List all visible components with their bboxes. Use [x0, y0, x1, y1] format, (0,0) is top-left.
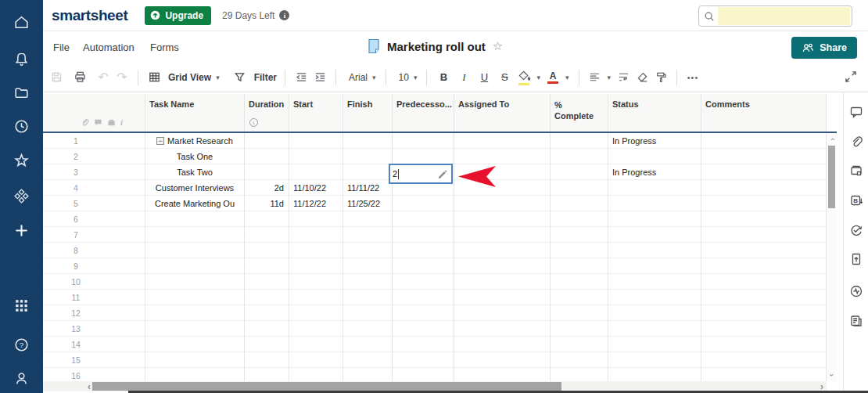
text-color-button[interactable]: A: [543, 67, 562, 88]
cell-pct-row-5[interactable]: [551, 196, 608, 211]
align-caret-icon[interactable]: ▾: [608, 74, 612, 81]
cell-finish-row-5[interactable]: 11/25/22: [343, 196, 393, 211]
strikethrough-button[interactable]: S: [494, 67, 515, 88]
cell-assigned-row-1[interactable]: [454, 133, 551, 149]
view-selector-label[interactable]: Grid View: [168, 72, 211, 83]
cell-status-row-5[interactable]: [608, 196, 701, 211]
cell-pct-row-13[interactable]: [551, 321, 608, 337]
cell-assigned-row-10[interactable]: [454, 274, 551, 290]
cell-finish-row-16[interactable]: [343, 368, 393, 381]
cell-duration-row-11[interactable]: [245, 290, 289, 305]
cell-pct-row-6[interactable]: [551, 211, 608, 227]
filter-icon[interactable]: [231, 67, 249, 88]
cell-duration-row-6[interactable]: [245, 211, 289, 227]
attachments-paperclip-icon[interactable]: [849, 135, 863, 149]
font-size-value[interactable]: 10: [399, 72, 409, 83]
filter-label[interactable]: Filter: [254, 72, 277, 83]
cell-start-row-2[interactable]: [289, 149, 343, 164]
cell-task-row-5[interactable]: Create Marketing Ou: [145, 196, 245, 211]
menu-file[interactable]: File: [53, 41, 70, 53]
cell-assigned-row-14[interactable]: [454, 337, 551, 352]
fill-color-caret-icon[interactable]: ▾: [536, 74, 540, 81]
update-requests-icon[interactable]: [849, 223, 863, 237]
column-header--complete[interactable]: % Complete: [551, 94, 608, 132]
cell-status-row-15[interactable]: [608, 352, 701, 368]
column-header-predecesso-[interactable]: Predecesso...: [393, 94, 454, 132]
solution-center-icon[interactable]: [13, 187, 30, 205]
scroll-down-arrow[interactable]: ›: [827, 370, 837, 380]
fill-color-button[interactable]: [515, 67, 533, 88]
cell-pred-row-6[interactable]: [393, 211, 454, 227]
cell-task-row-10[interactable]: [145, 274, 245, 290]
cell-assigned-row-9[interactable]: [454, 258, 551, 274]
scroll-up-arrow[interactable]: ›: [827, 135, 837, 144]
underline-button[interactable]: U: [474, 67, 494, 88]
cell-task-row-6[interactable]: [145, 211, 245, 227]
cell-start-row-16[interactable]: [289, 368, 343, 381]
cell-pct-row-14[interactable]: [551, 337, 608, 352]
cell-comments-row-6[interactable]: [701, 211, 827, 227]
column-header-start[interactable]: Start: [289, 94, 343, 132]
cell-finish-row-8[interactable]: [343, 243, 393, 258]
row-number-header[interactable]: i: [43, 94, 145, 132]
row-number-15[interactable]: 15: [43, 352, 145, 368]
cell-pred-row-14[interactable]: [393, 337, 454, 352]
cell-assigned-row-15[interactable]: [454, 352, 551, 368]
sheet-title[interactable]: Marketing roll out: [387, 40, 486, 53]
attachment-paperclip-icon[interactable]: [81, 118, 89, 127]
row-number-10[interactable]: 10: [43, 274, 145, 290]
cell-status-row-11[interactable]: [608, 290, 701, 305]
cell-pred-row-16[interactable]: [393, 368, 454, 381]
row-number-8[interactable]: 8: [43, 243, 145, 258]
trial-info-icon[interactable]: i: [279, 10, 289, 20]
cell-task-row-13[interactable]: [145, 321, 245, 337]
row-number-13[interactable]: 13: [43, 321, 145, 337]
cell-start-row-7[interactable]: [289, 227, 343, 243]
cell-comments-row-1[interactable]: [701, 133, 827, 149]
cell-duration-row-12[interactable]: [245, 305, 289, 321]
cell-task-row-1[interactable]: −Market Research: [145, 133, 245, 149]
row-number-12[interactable]: 12: [43, 305, 145, 321]
cell-pct-row-8[interactable]: [551, 243, 608, 258]
cell-pred-row-12[interactable]: [393, 305, 454, 321]
expand-toolbar-icon[interactable]: [843, 69, 859, 85]
font-size-caret-icon[interactable]: ▾: [414, 74, 418, 81]
cell-duration-row-15[interactable]: [245, 352, 289, 368]
clear-format-eraser-icon[interactable]: [633, 67, 651, 88]
row-number-5[interactable]: 5: [43, 196, 145, 211]
cell-pct-row-1[interactable]: [551, 133, 608, 149]
cell-task-row-14[interactable]: [145, 337, 245, 352]
share-button[interactable]: Share: [791, 37, 857, 59]
row-number-16[interactable]: 16: [43, 368, 145, 381]
vertical-scrollbar[interactable]: › ›: [827, 133, 837, 381]
cell-status-row-6[interactable]: [608, 211, 701, 227]
cell-comments-row-7[interactable]: [701, 227, 827, 243]
cell-finish-row-6[interactable]: [343, 211, 393, 227]
comment-indicator-icon[interactable]: [94, 118, 102, 127]
cell-finish-row-14[interactable]: [343, 337, 393, 352]
cell-comments-row-9[interactable]: [701, 258, 827, 274]
cell-task-row-8[interactable]: [145, 243, 245, 258]
column-header-assigned-to[interactable]: Assigned To: [454, 94, 551, 132]
column-header-finish[interactable]: Finish: [343, 94, 393, 132]
column-header-task-name[interactable]: Task Name: [145, 94, 245, 132]
outdent-icon[interactable]: [292, 67, 310, 88]
duration-info-icon[interactable]: i: [249, 118, 258, 127]
cell-start-row-5[interactable]: 11/12/22: [289, 196, 343, 211]
cell-status-row-13[interactable]: [608, 321, 701, 337]
cell-comments-row-8[interactable]: [701, 243, 827, 258]
apps-launcher-icon[interactable]: [13, 297, 30, 315]
cell-pct-row-7[interactable]: [551, 227, 608, 243]
cell-pred-row-10[interactable]: [393, 274, 454, 290]
cell-duration-row-4[interactable]: 2d: [245, 180, 289, 196]
indent-icon[interactable]: [310, 67, 329, 88]
cell-assigned-row-13[interactable]: [454, 321, 551, 337]
cell-pct-row-12[interactable]: [551, 305, 608, 321]
cell-pred-row-8[interactable]: [393, 243, 454, 258]
cell-pct-row-15[interactable]: [551, 352, 608, 368]
cell-start-row-1[interactable]: [289, 133, 343, 149]
cell-start-row-8[interactable]: [289, 243, 343, 258]
cell-task-row-12[interactable]: [145, 305, 245, 321]
cell-status-row-1[interactable]: In Progress: [608, 133, 701, 149]
cell-task-row-9[interactable]: [145, 258, 245, 274]
